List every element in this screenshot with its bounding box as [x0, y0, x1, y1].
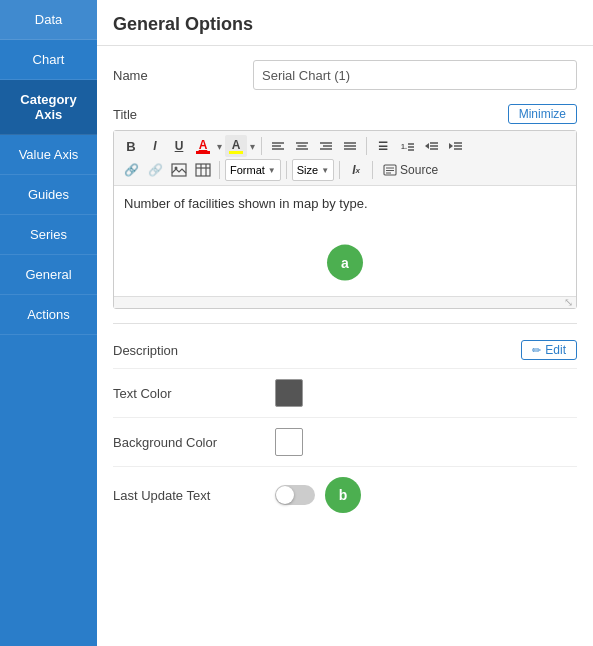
text-color-label: Text Color: [113, 386, 263, 401]
rte-body[interactable]: Number of facilities shown in map by typ…: [114, 186, 576, 296]
background-color-label: Background Color: [113, 435, 263, 450]
description-row: Description ✏ Edit: [113, 332, 577, 369]
page-title: General Options: [113, 14, 577, 35]
edit-button[interactable]: ✏ Edit: [521, 340, 577, 360]
size-dropdown[interactable]: Size ▼: [292, 159, 334, 181]
bold-button[interactable]: B: [120, 135, 142, 157]
sidebar-item-guides[interactable]: Guides: [0, 175, 97, 215]
indent-less-button[interactable]: [420, 135, 442, 157]
align-right-button[interactable]: [315, 135, 337, 157]
image-button[interactable]: [168, 159, 190, 181]
svg-marker-16: [425, 143, 429, 149]
align-justify-button[interactable]: [339, 135, 361, 157]
highlight-button[interactable]: A: [225, 135, 247, 157]
name-input[interactable]: [253, 60, 577, 90]
rte-circle-a: a: [327, 245, 363, 281]
source-button[interactable]: Source: [378, 159, 443, 181]
sidebar-item-value-axis[interactable]: Value Axis: [0, 135, 97, 175]
name-label: Name: [113, 68, 243, 83]
svg-text:1.: 1.: [401, 143, 407, 150]
format-arrow: ▼: [268, 166, 276, 175]
text-color-row: Text Color: [113, 369, 577, 418]
background-color-row: Background Color: [113, 418, 577, 467]
toolbar-row-2: 🔗 🔗 Format ▼: [120, 159, 570, 181]
divider-1: [113, 323, 577, 324]
toggle-circle-b: b: [325, 477, 361, 513]
list-unordered-button[interactable]: ☰: [372, 135, 394, 157]
description-label: Description: [113, 343, 243, 358]
edit-icon: ✏: [532, 344, 541, 357]
text-color-swatch[interactable]: [275, 379, 303, 407]
rich-text-editor: B I U A ▾ A: [113, 130, 577, 309]
sidebar: Data Chart Category Axis Value Axis Guid…: [0, 0, 97, 646]
background-color-swatch[interactable]: [275, 428, 303, 456]
size-arrow: ▼: [321, 166, 329, 175]
sidebar-item-chart[interactable]: Chart: [0, 40, 97, 80]
rte-toolbar: B I U A ▾ A: [114, 131, 576, 186]
table-button[interactable]: [192, 159, 214, 181]
title-section: Title Minimize B I U A: [113, 104, 577, 309]
sidebar-item-category-axis[interactable]: Category Axis: [0, 80, 97, 135]
underline-button[interactable]: U: [168, 135, 190, 157]
title-label: Title: [113, 107, 137, 122]
toggle-wrap: b: [275, 477, 361, 513]
minimize-button[interactable]: Minimize: [508, 104, 577, 124]
page-header: General Options: [97, 0, 593, 46]
list-ordered-button[interactable]: 1.: [396, 135, 418, 157]
italic-button[interactable]: I: [144, 135, 166, 157]
rte-resize-handle[interactable]: ⤡: [114, 296, 576, 308]
resize-icon: ⤡: [564, 296, 573, 309]
name-row: Name: [113, 60, 577, 90]
format-dropdown[interactable]: Format ▼: [225, 159, 281, 181]
last-update-toggle[interactable]: [275, 485, 315, 505]
font-color-button[interactable]: A: [192, 135, 214, 157]
title-header: Title Minimize: [113, 104, 577, 124]
content-area: Name Title Minimize B I U: [97, 46, 593, 537]
sidebar-item-actions[interactable]: Actions: [0, 295, 97, 335]
clear-format-button[interactable]: Ix: [345, 159, 367, 181]
toolbar-row-1: B I U A ▾ A: [120, 135, 570, 157]
align-left-button[interactable]: [267, 135, 289, 157]
rte-text: Number of facilities shown in map by typ…: [124, 196, 368, 211]
last-update-label: Last Update Text: [113, 488, 263, 503]
svg-rect-24: [172, 164, 186, 176]
sidebar-item-data[interactable]: Data: [0, 0, 97, 40]
sidebar-item-general[interactable]: General: [0, 255, 97, 295]
svg-rect-26: [196, 164, 210, 176]
svg-marker-20: [449, 143, 453, 149]
indent-more-button[interactable]: [444, 135, 466, 157]
last-update-row: Last Update Text b: [113, 467, 577, 523]
source-label: Source: [400, 163, 438, 177]
unlink-button[interactable]: 🔗: [144, 159, 166, 181]
link-button[interactable]: 🔗: [120, 159, 142, 181]
main-content: General Options Name Title Minimize B I …: [97, 0, 593, 646]
toggle-knob: [276, 486, 294, 504]
align-center-button[interactable]: [291, 135, 313, 157]
sidebar-item-series[interactable]: Series: [0, 215, 97, 255]
